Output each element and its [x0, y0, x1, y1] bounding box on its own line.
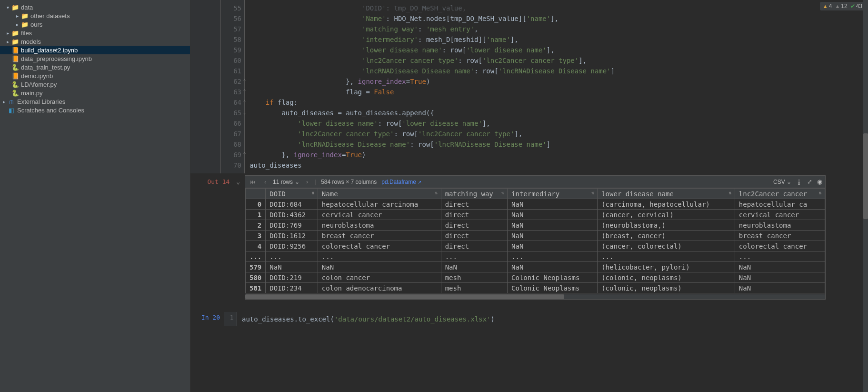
warning-indicator[interactable]: ▲4 [823, 3, 832, 10]
table-row[interactable]: 579NaNNaNNaNNaN(helicobacter, pylori)NaN [246, 262, 825, 272]
expand-icon[interactable]: ⤢ [807, 178, 812, 185]
input-cell-20[interactable]: In 20 1 auto_diseases.to_excel('data/our… [190, 312, 868, 326]
chevron-right-icon[interactable]: ▸ [13, 22, 21, 27]
tree-label: files [21, 30, 32, 37]
output-cell-14: Out 14 ⌄ ⏮ ‹ 11 rows ⌄ › | 584 rows × 7 … [190, 173, 868, 303]
inspection-indicators[interactable]: ▲4 ▲12 ✔43 [820, 2, 865, 10]
tree-label: main.py [21, 90, 43, 97]
scrollbar-thumb[interactable] [863, 133, 868, 219]
scrollbar-thumb[interactable] [245, 294, 564, 299]
tree-scratches[interactable]: ◧ Scratches and Consoles [0, 106, 190, 114]
check-icon: ✔ [850, 3, 855, 10]
tree-label: ours [30, 21, 42, 28]
page-first-icon[interactable]: ⏮ [248, 179, 258, 185]
input-label: In 20 [190, 312, 224, 326]
line-number-gutter: 5556575859606162⌃63⌃64⌃65⌄66676869⌃70 [221, 0, 245, 173]
table-row[interactable]: 4DOID:9256colorectal cancerdirectNaN(can… [246, 241, 825, 251]
rows-selector[interactable]: 11 rows ⌄ [273, 179, 299, 185]
chevron-right-icon[interactable]: ▸ [0, 99, 8, 104]
jupyter-icon: 📙 [11, 72, 19, 80]
tree-folder-ours[interactable]: ▸ 📁 ours [0, 20, 190, 29]
output-label: Out 14 ⌄ [190, 173, 245, 303]
chevron-right-icon[interactable]: ▸ [4, 30, 11, 36]
tree-file-data-train-test[interactable]: 🐍 data_train_test.py [0, 63, 190, 71]
ok-indicator[interactable]: ✔43 [850, 3, 862, 10]
jupyter-icon: 📙 [11, 55, 19, 62]
eye-icon[interactable]: ◉ [817, 178, 822, 185]
chevron-down-icon[interactable]: ⌄ [236, 178, 240, 185]
code-editor[interactable]: 'DOID': tmp_DO_MeSH_value, 'Name': HDO_N… [245, 0, 619, 173]
tree-file-data-preprocessing[interactable]: 📙 data_preprocessing.ipynb [0, 54, 190, 63]
tree-label: data_train_test.py [21, 64, 70, 71]
tree-folder-files[interactable]: ▸ 📁 files [0, 29, 190, 37]
warning-triangle-icon: ▲ [835, 3, 840, 9]
line-number: 1 [224, 312, 237, 326]
tree-label: Scratches and Consoles [17, 107, 84, 114]
python-icon: 🐍 [11, 90, 19, 97]
table-row[interactable]: ..................... [246, 251, 825, 262]
dataframe-toolbar: ⏮ ‹ 11 rows ⌄ › | 584 rows × 7 columns p… [245, 176, 825, 188]
folder-icon: 📁 [11, 30, 19, 37]
scratches-icon: ◧ [8, 107, 15, 114]
table-row[interactable]: 3DOID:1612breast cancerdirectNaN(breast,… [246, 231, 825, 241]
weak-warning-indicator[interactable]: ▲12 [835, 3, 847, 10]
table-header[interactable]: lnc2Cancer cancer⇅ [735, 189, 825, 199]
tree-label: build_dataset2.ipynb [21, 47, 78, 54]
tree-folder-other-datasets[interactable]: ▸ 📁 other datasets [0, 11, 190, 20]
editor-main: ▲4 ▲12 ✔43 5556575859606162⌃63⌃64⌃65⌄666… [190, 0, 868, 392]
table-header[interactable]: DOID⇅ [266, 189, 318, 199]
tree-label: demo.ipynb [21, 72, 53, 80]
chevron-down-icon: ⌄ [295, 179, 299, 185]
folder-icon: 📁 [11, 38, 19, 45]
dataframe-type-link[interactable]: pd.Dataframe ↗ [381, 179, 421, 185]
page-prev-icon[interactable]: ‹ [262, 179, 268, 185]
tree-folder-data[interactable]: ▾ 📁 data [0, 3, 190, 11]
table-header[interactable]: Name⇅ [318, 189, 441, 199]
tree-file-ldafomer[interactable]: 🐍 LDAfomer.py [0, 80, 190, 89]
tree-file-main[interactable]: 🐍 main.py [0, 89, 190, 97]
tree-label: other datasets [30, 12, 70, 20]
table-header[interactable]: lower disease name⇅ [598, 189, 735, 199]
code-editor[interactable]: auto_diseases.to_excel('data/ours/datase… [237, 312, 868, 326]
table-row[interactable]: 2DOID:769neuroblastomadirectNaN(neurobla… [246, 220, 825, 231]
jupyter-icon: 📙 [11, 47, 19, 54]
warning-triangle-icon: ▲ [823, 3, 828, 9]
code-cell[interactable]: 5556575859606162⌃63⌃64⌃65⌄66676869⌃70 'D… [190, 0, 868, 173]
tree-label: External Libraries [17, 98, 65, 105]
library-icon: ⫙ [8, 98, 15, 105]
tree-file-build-dataset2[interactable]: 📙 build_dataset2.ipynb [0, 46, 190, 54]
chevron-right-icon[interactable]: ▸ [13, 13, 21, 19]
table-row[interactable]: 0DOID:684hepatocellular carcinomadirectN… [246, 199, 825, 210]
vertical-scrollbar[interactable] [863, 0, 868, 392]
python-icon: 🐍 [11, 64, 19, 71]
chevron-down-icon[interactable]: ▾ [4, 5, 11, 10]
tree-file-demo[interactable]: 📙 demo.ipynb [0, 71, 190, 80]
page-next-icon[interactable]: › [304, 179, 310, 185]
table-row[interactable]: 580DOID:219colon cancermeshColonic Neopl… [246, 272, 825, 283]
folder-icon: 📁 [21, 12, 29, 20]
folder-icon: 📁 [11, 4, 19, 11]
dataframe-table[interactable]: DOID⇅Name⇅matching way⇅intermediary⇅lowe… [245, 188, 825, 293]
dataframe-panel: ⏮ ‹ 11 rows ⌄ › | 584 rows × 7 columns p… [245, 175, 826, 300]
table-header[interactable]: intermediary⇅ [508, 189, 598, 199]
project-tree[interactable]: ▾ 📁 data ▸ 📁 other datasets ▸ 📁 ours ▸ 📁… [0, 0, 190, 392]
tree-label: data [21, 4, 33, 11]
external-link-icon: ↗ [418, 180, 421, 185]
cell-gutter [190, 0, 221, 173]
horizontal-scrollbar[interactable] [245, 294, 825, 299]
tree-folder-models[interactable]: ▸ 📁 models [0, 37, 190, 46]
dataframe-table-wrap[interactable]: DOID⇅Name⇅matching way⇅intermediary⇅lowe… [245, 188, 825, 293]
tree-label: data_preprocessing.ipynb [21, 55, 92, 62]
table-header[interactable]: matching way⇅ [441, 189, 507, 199]
dataframe-dimensions: 584 rows × 7 columns [321, 179, 377, 185]
export-csv-button[interactable]: CSV ⌄ [773, 179, 791, 185]
chevron-down-icon: ⌄ [787, 179, 791, 185]
table-row[interactable]: 581DOID:234colon adenocarcinomameshColon… [246, 283, 825, 293]
folder-icon: 📁 [21, 21, 29, 28]
table-header[interactable] [246, 189, 266, 199]
tree-external-libraries[interactable]: ▸ ⫙ External Libraries [0, 97, 190, 106]
download-icon[interactable]: ⭳ [796, 178, 802, 185]
tree-label: models [21, 38, 41, 45]
chevron-right-icon[interactable]: ▸ [4, 39, 11, 44]
table-row[interactable]: 1DOID:4362cervical cancerdirectNaN(cance… [246, 210, 825, 220]
